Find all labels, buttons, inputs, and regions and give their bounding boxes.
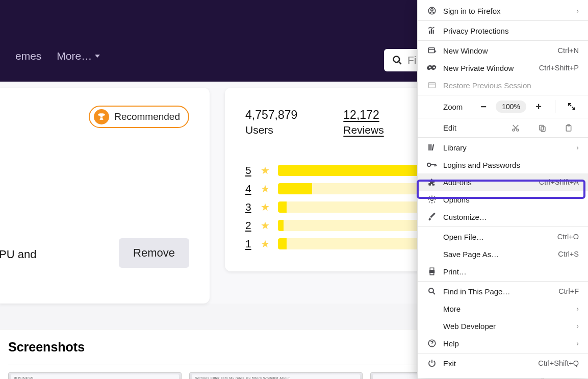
- shield-chart-icon: [427, 26, 437, 36]
- svg-rect-18: [432, 144, 434, 150]
- help-icon: [427, 338, 437, 348]
- menu-new-window[interactable]: New Window Ctrl+N: [418, 42, 588, 59]
- puzzle-icon: [427, 177, 437, 187]
- search-icon: [392, 55, 402, 65]
- star-icon: ★: [261, 183, 270, 195]
- rating-number: 3: [245, 201, 252, 213]
- svg-point-0: [394, 57, 400, 63]
- menu-edit-row: Edit: [418, 118, 588, 137]
- account-icon: [427, 6, 437, 16]
- chevron-right-icon: ›: [576, 322, 579, 330]
- svg-point-2: [431, 9, 433, 11]
- menu-open-file[interactable]: Open File… Ctrl+O: [418, 228, 588, 245]
- screenshot-thumb[interactable]: Settings Filter lists My rules My filter…: [189, 372, 363, 379]
- shortcut-label: Ctrl+Shift+A: [539, 178, 579, 186]
- svg-rect-4: [431, 29, 432, 34]
- trophy-icon: [94, 109, 109, 124]
- svg-point-20: [431, 198, 433, 201]
- key-icon: [427, 160, 437, 170]
- svg-rect-3: [429, 31, 430, 34]
- mask-icon: [427, 63, 437, 73]
- paintbrush-icon: [427, 212, 437, 222]
- users-count: 4,757,879: [245, 108, 297, 122]
- addon-card: Recommended PU and Remove: [0, 88, 210, 304]
- rating-number: 1: [245, 238, 252, 250]
- paste-button[interactable]: [558, 124, 579, 132]
- remove-button[interactable]: Remove: [119, 238, 189, 268]
- star-icon: ★: [261, 201, 270, 213]
- printer-icon: [427, 266, 437, 276]
- gear-icon: [427, 194, 437, 205]
- shortcut-label: Ctrl+O: [557, 233, 579, 241]
- edit-label: Edit: [443, 123, 499, 132]
- zoom-label: Zoom: [443, 103, 470, 111]
- rating-number: 4: [245, 183, 252, 195]
- star-icon: ★: [261, 164, 270, 176]
- svg-rect-22: [430, 268, 434, 270]
- library-icon: [427, 142, 437, 153]
- reviews-label[interactable]: Reviews: [343, 124, 384, 136]
- zoom-percent[interactable]: 100%: [496, 100, 526, 113]
- rating-number: 2: [245, 219, 252, 232]
- menu-library[interactable]: Library ›: [418, 139, 588, 156]
- chevron-right-icon: ›: [576, 7, 579, 15]
- svg-point-24: [429, 288, 433, 293]
- chevron-right-icon: ›: [576, 339, 579, 347]
- chevron-down-icon: [95, 55, 100, 58]
- star-icon: ★: [261, 238, 270, 250]
- menu-more[interactable]: More ›: [418, 300, 588, 317]
- menu-print[interactable]: Print…: [418, 263, 588, 280]
- window-plus-icon: [427, 45, 437, 56]
- svg-rect-9: [428, 83, 436, 88]
- reviews-count[interactable]: 12,172: [343, 108, 384, 122]
- users-label: Users: [245, 124, 297, 136]
- rating-number: 5: [245, 164, 252, 176]
- chevron-right-icon: ›: [576, 143, 579, 151]
- restore-icon: [427, 80, 437, 90]
- svg-rect-17: [430, 144, 431, 150]
- shortcut-label: Ctrl+S: [558, 250, 579, 258]
- shortcut-label: Ctrl+Shift+P: [539, 64, 579, 72]
- svg-rect-16: [428, 144, 429, 150]
- menu-addons[interactable]: Add-ons Ctrl+Shift+A: [418, 173, 588, 191]
- search-icon: [427, 286, 437, 296]
- zoom-out-button[interactable]: −: [476, 99, 491, 114]
- chevron-right-icon: ›: [576, 305, 579, 313]
- recommended-badge[interactable]: Recommended: [89, 106, 189, 128]
- star-icon: ★: [261, 219, 270, 232]
- svg-point-8: [433, 67, 435, 68]
- recommended-label: Recommended: [114, 111, 180, 122]
- power-icon: [427, 358, 437, 368]
- menu-save-as[interactable]: Save Page As… Ctrl+S: [418, 245, 588, 263]
- menu-options[interactable]: Options: [418, 191, 588, 208]
- screenshot-thumb[interactable]: BUSINESS: [8, 372, 182, 379]
- nav-themes[interactable]: emes: [15, 50, 41, 62]
- shortcut-label: Ctrl+Shift+Q: [538, 359, 579, 367]
- menu-exit[interactable]: Exit Ctrl+Shift+Q: [418, 355, 588, 372]
- svg-point-19: [427, 163, 431, 167]
- nav-more[interactable]: More…: [57, 50, 100, 62]
- svg-rect-5: [433, 30, 434, 34]
- fullscreen-button[interactable]: [565, 99, 579, 114]
- menu-sign-in[interactable]: Sign in to Firefox ›: [418, 2, 588, 19]
- copy-button[interactable]: [532, 124, 552, 132]
- svg-point-7: [429, 67, 430, 68]
- menu-new-private[interactable]: New Private Window Ctrl+Shift+P: [418, 59, 588, 77]
- firefox-app-menu: Sign in to Firefox › Privacy Protections…: [417, 0, 588, 378]
- menu-privacy[interactable]: Privacy Protections: [418, 22, 588, 39]
- zoom-in-button[interactable]: +: [531, 99, 546, 114]
- menu-zoom-row: Zoom − 100% +: [418, 95, 588, 118]
- menu-restore-session: Restore Previous Session: [418, 77, 588, 94]
- shortcut-label: Ctrl+F: [558, 287, 579, 295]
- svg-rect-6: [428, 48, 434, 53]
- menu-help[interactable]: Help ›: [418, 335, 588, 352]
- shortcut-label: Ctrl+N: [558, 46, 579, 55]
- addon-description: PU and: [0, 247, 36, 263]
- svg-rect-23: [430, 272, 434, 275]
- menu-customize[interactable]: Customize…: [418, 208, 588, 225]
- menu-web-developer[interactable]: Web Developer ›: [418, 317, 588, 335]
- cut-button[interactable]: [505, 124, 526, 132]
- menu-find[interactable]: Find in This Page… Ctrl+F: [418, 283, 588, 300]
- menu-logins[interactable]: Logins and Passwords: [418, 156, 588, 173]
